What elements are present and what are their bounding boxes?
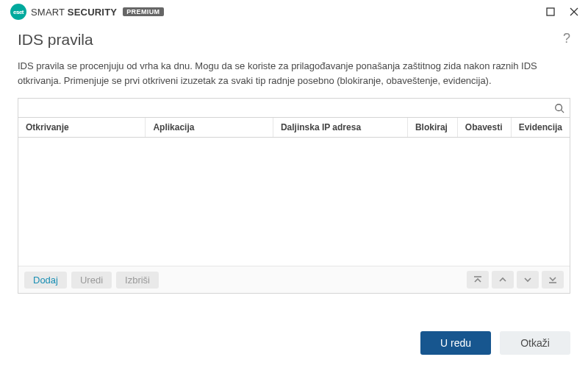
column-detection[interactable]: Otkrivanje	[18, 118, 146, 137]
svg-point-3	[556, 104, 562, 110]
add-button[interactable]: Dodaj	[24, 272, 67, 289]
search-row	[18, 99, 570, 118]
brand-bold: SECURITY	[68, 7, 117, 18]
column-remote-ip[interactable]: Daljinska IP adresa	[273, 118, 408, 137]
column-log[interactable]: Evidencija	[512, 118, 570, 137]
delete-button[interactable]: Izbriši	[116, 272, 159, 289]
move-up-button[interactable]	[492, 271, 514, 289]
page-title: IDS pravila	[18, 31, 93, 49]
maximize-button[interactable]	[544, 5, 557, 18]
column-block[interactable]: Blokiraj	[408, 118, 458, 137]
svg-rect-0	[547, 8, 554, 15]
move-top-button[interactable]	[467, 271, 489, 289]
titlebar: eset SMART SECURITY PREMIUM	[0, 0, 588, 24]
search-icon	[554, 103, 564, 113]
chevron-bottom-icon	[548, 275, 558, 285]
close-icon	[570, 7, 578, 16]
column-application[interactable]: Aplikacija	[146, 118, 273, 137]
move-bottom-button[interactable]	[542, 271, 564, 289]
reorder-actions	[467, 271, 564, 289]
table-header: Otkrivanje Aplikacija Daljinska IP adres…	[18, 118, 570, 138]
rules-panel: Otkrivanje Aplikacija Daljinska IP adres…	[18, 98, 570, 294]
cancel-button[interactable]: Otkaži	[500, 331, 570, 355]
maximize-icon	[546, 7, 555, 16]
description: IDS pravila se procenjuju od vrha ka dnu…	[0, 53, 588, 98]
panel-footer: Dodaj Uredi Izbriši	[18, 266, 570, 293]
brand-prefix: SMART	[31, 7, 68, 18]
column-notify[interactable]: Obavesti	[458, 118, 512, 137]
chevron-top-icon	[473, 275, 483, 285]
svg-line-4	[562, 110, 564, 113]
edit-button[interactable]: Uredi	[71, 272, 112, 289]
left-actions: Dodaj Uredi Izbriši	[24, 272, 159, 289]
help-button[interactable]: ?	[563, 31, 570, 46]
chevron-up-icon	[498, 275, 508, 285]
brand-badge: PREMIUM	[123, 7, 163, 16]
close-button[interactable]	[567, 5, 581, 18]
search-input[interactable]	[18, 99, 549, 116]
move-down-button[interactable]	[517, 271, 539, 289]
brand-text: SMART SECURITY	[31, 7, 117, 18]
header: IDS pravila ?	[0, 24, 588, 53]
brand: eset SMART SECURITY PREMIUM	[10, 4, 164, 20]
window-controls	[544, 5, 581, 18]
brand-logo: eset	[10, 4, 26, 20]
chevron-down-icon	[523, 275, 533, 285]
ok-button[interactable]: U redu	[420, 331, 491, 355]
dialog-footer: U redu Otkaži	[0, 318, 588, 368]
search-button[interactable]	[549, 103, 570, 113]
table-body	[18, 138, 570, 266]
